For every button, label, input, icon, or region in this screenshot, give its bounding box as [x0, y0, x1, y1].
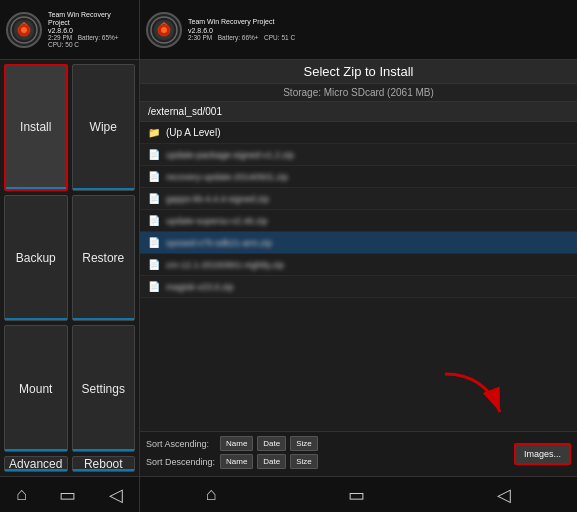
sort-asc-date-button[interactable]: Date [257, 436, 286, 451]
sort-asc-name-button[interactable]: Name [220, 436, 253, 451]
main-menu-grid: Install Wipe Backup Restore Mount Settin… [0, 60, 139, 476]
sort-ascending-row: Sort Ascending: Name Date Size [146, 436, 508, 451]
file-icon: 📄 [148, 149, 160, 160]
right-status: 2:30 PM Battery: 66%+ CPU: 51 C [188, 34, 295, 41]
left-bottom-nav: ⌂ ▭ ◁ [0, 476, 139, 512]
advanced-button[interactable]: Advanced [4, 456, 68, 472]
install-button[interactable]: Install [4, 64, 68, 191]
right-content: Select Zip to Install Storage: Micro SDc… [140, 60, 577, 512]
wipe-button[interactable]: Wipe [72, 64, 136, 191]
recents-icon-left[interactable]: ▭ [59, 484, 76, 506]
list-item[interactable]: 📄 cm-12.1-20150901-nightly.zip [140, 254, 577, 276]
list-item[interactable]: 📄 gapps-kk-4.4.4-signed.zip [140, 188, 577, 210]
left-app-version: v2.8.6.0 [48, 27, 133, 34]
file-name: cm-12.1-20150901-nightly.zip [166, 260, 569, 270]
file-icon: 📄 [148, 171, 160, 182]
left-panel: Team Win Recovery Project v2.8.6.0 2:29 … [0, 0, 140, 512]
right-app-version: v2.8.6.0 [188, 27, 295, 34]
list-item-selected[interactable]: 📄 xposed-v75-sdk21-arm.zip [140, 232, 577, 254]
sort-desc-size-button[interactable]: Size [290, 454, 318, 469]
folder-icon: 📁 [148, 127, 160, 138]
list-item[interactable]: 📁 (Up A Level) [140, 122, 577, 144]
right-bottom-nav: ⌂ ▭ ◁ [140, 476, 577, 512]
settings-button[interactable]: Settings [72, 325, 136, 452]
sort-area: Sort Ascending: Name Date Size Sort Desc… [140, 431, 577, 476]
right-header-text: Team Win Recovery Project v2.8.6.0 2:30 … [188, 18, 295, 40]
file-icon: 📄 [148, 281, 160, 292]
file-name: recovery-update-20140501.zip [166, 172, 569, 182]
sort-desc-name-button[interactable]: Name [220, 454, 253, 469]
mount-button[interactable]: Mount [4, 325, 68, 452]
sort-ascending-label: Sort Ascending: [146, 439, 216, 449]
file-icon: 📄 [148, 215, 160, 226]
left-status: 2:29 PM Battery: 65%+ CPU: 50 C [48, 34, 133, 48]
twrp-logo-right [146, 12, 182, 48]
file-list[interactable]: 📁 (Up A Level) 📄 update-package-signed-v… [140, 122, 577, 431]
list-item[interactable]: 📄 update-package-signed-v1.2.zip [140, 144, 577, 166]
list-item[interactable]: 📄 recovery-update-20140501.zip [140, 166, 577, 188]
back-icon-left[interactable]: ◁ [109, 484, 123, 506]
right-header: Team Win Recovery Project v2.8.6.0 2:30 … [140, 0, 577, 60]
file-name: update-package-signed-v1.2.zip [166, 150, 569, 160]
file-name: xposed-v75-sdk21-arm.zip [166, 238, 569, 248]
left-header: Team Win Recovery Project v2.8.6.0 2:29 … [0, 0, 139, 60]
list-item[interactable]: 📄 magisk-v23.0.zip [140, 276, 577, 298]
back-icon-right[interactable]: ◁ [497, 484, 511, 506]
right-app-title: Team Win Recovery Project [188, 18, 295, 26]
svg-point-1 [21, 27, 27, 33]
sort-container: Sort Ascending: Name Date Size Sort Desc… [146, 436, 571, 472]
up-level-item: (Up A Level) [166, 127, 569, 138]
recents-icon-right[interactable]: ▭ [348, 484, 365, 506]
file-icon: 📄 [148, 193, 160, 204]
restore-button[interactable]: Restore [72, 195, 136, 322]
sort-descending-row: Sort Descending: Name Date Size [146, 454, 508, 469]
sort-descending-label: Sort Descending: [146, 457, 216, 467]
panel-title: Select Zip to Install [140, 60, 577, 84]
list-item[interactable]: 📄 update-supersu-v2.46.zip [140, 210, 577, 232]
left-header-text: Team Win Recovery Project v2.8.6.0 2:29 … [48, 11, 133, 49]
reboot-button[interactable]: Reboot [72, 456, 136, 472]
file-icon: 📄 [148, 237, 160, 248]
home-icon-right[interactable]: ⌂ [206, 484, 217, 505]
current-path: /external_sd/001 [140, 102, 577, 122]
right-panel: Team Win Recovery Project v2.8.6.0 2:30 … [140, 0, 577, 512]
file-name: update-supersu-v2.46.zip [166, 216, 569, 226]
sort-rows: Sort Ascending: Name Date Size Sort Desc… [146, 436, 508, 472]
home-icon-left[interactable]: ⌂ [16, 484, 27, 505]
twrp-logo-left [6, 12, 42, 48]
sort-desc-date-button[interactable]: Date [257, 454, 286, 469]
file-icon: 📄 [148, 259, 160, 270]
sort-asc-size-button[interactable]: Size [290, 436, 318, 451]
file-name: magisk-v23.0.zip [166, 282, 569, 292]
left-app-title: Team Win Recovery Project [48, 11, 133, 28]
storage-info: Storage: Micro SDcard (2061 MB) [140, 84, 577, 102]
svg-point-3 [161, 27, 167, 33]
images-button[interactable]: Images... [514, 443, 571, 465]
backup-button[interactable]: Backup [4, 195, 68, 322]
file-name: gapps-kk-4.4.4-signed.zip [166, 194, 569, 204]
